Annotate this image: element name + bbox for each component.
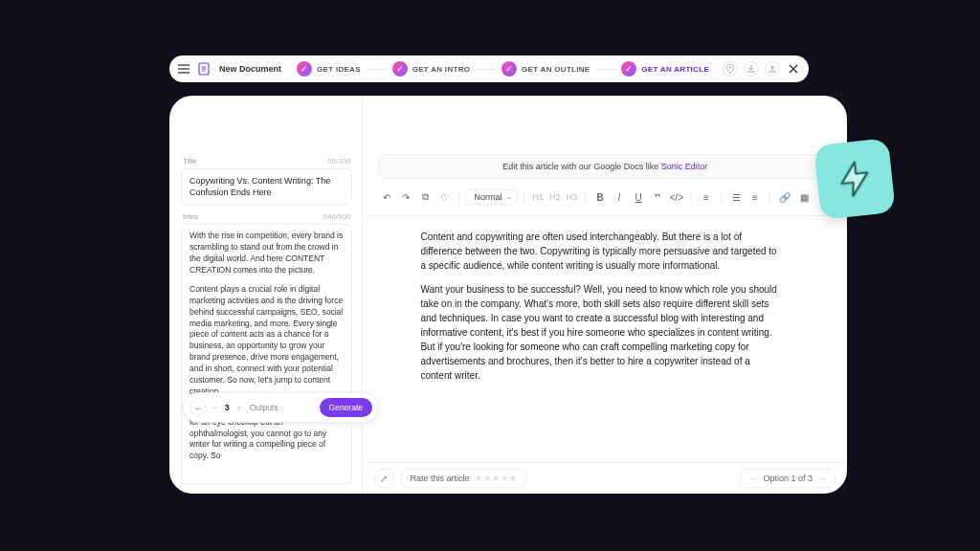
lightning-icon <box>833 157 877 201</box>
step-ideas[interactable]: ✓ GET IDEAS <box>297 61 361 77</box>
intro-paragraph: With the rise in competition, every bran… <box>189 231 344 276</box>
align-icon[interactable]: ≡ <box>698 188 715 206</box>
article-paragraph: Content and copywriting are often used i… <box>420 230 780 273</box>
back-arrow-icon[interactable]: ← <box>189 399 207 416</box>
prev-arrow-icon[interactable]: ← <box>748 474 757 483</box>
check-icon: ✓ <box>297 61 312 77</box>
heart-icon[interactable]: ♡ <box>435 188 453 206</box>
step-intro[interactable]: ✓ GET AN INTRO <box>392 61 471 77</box>
stars-icon[interactable]: ★★★★★ <box>475 474 518 483</box>
menu-icon[interactable] <box>177 62 190 76</box>
check-icon: ✓ <box>621 61 636 77</box>
h2-button[interactable]: H2 <box>547 192 563 202</box>
italic-button[interactable]: I <box>611 188 628 206</box>
separator <box>585 190 586 204</box>
step-outline[interactable]: ✓ GET AN OUTLINE <box>501 61 590 77</box>
editor-footer: ⤢ Rate this article ★★★★★ ← Option 1 of … <box>363 462 847 494</box>
outputs-label: Outputs <box>250 403 278 412</box>
doc-title[interactable]: New Document <box>219 64 281 74</box>
article-body[interactable]: Content and copywriting are often used i… <box>363 216 847 462</box>
title-char-count: 56/300 <box>327 157 350 165</box>
copy-icon[interactable]: ⧉ <box>416 188 434 206</box>
quote-icon[interactable]: ❜❜ <box>649 188 666 206</box>
step-article[interactable]: ✓ GET AN ARTICLE <box>621 61 709 77</box>
underline-button[interactable]: U <box>630 188 647 206</box>
check-icon: ✓ <box>501 61 517 77</box>
intro-section-head: Intro 946/800 <box>183 212 350 221</box>
intro-input[interactable]: With the rise in competition, every bran… <box>181 224 352 484</box>
doc-icon <box>196 61 212 77</box>
intro-paragraph: Content plays a crucial role in digital … <box>189 284 344 398</box>
main-panel: Title 56/300 Copywriting Vs. Content Wri… <box>169 96 847 494</box>
banner-text: Edit this article with our Google Docs l… <box>502 162 661 171</box>
step-connector <box>596 69 616 70</box>
separator <box>691 190 692 204</box>
bullet-list-icon[interactable]: ☰ <box>727 188 745 206</box>
separator <box>769 190 770 204</box>
svg-point-1 <box>729 67 731 69</box>
generate-button[interactable]: Generate <box>320 398 372 417</box>
redo-icon[interactable]: ↷ <box>397 188 414 206</box>
lightning-badge <box>813 138 896 220</box>
numbered-list-icon[interactable]: ≡ <box>746 188 764 206</box>
undo-icon[interactable]: ↶ <box>378 188 395 206</box>
minus-icon[interactable]: − <box>211 403 220 413</box>
intro-label: Intro <box>183 212 198 221</box>
rate-label: Rate this article <box>410 474 469 483</box>
intro-char-count: 946/800 <box>323 212 351 221</box>
location-icon[interactable] <box>723 61 738 77</box>
pager-label: Option 1 of 3 <box>763 474 813 483</box>
step-label: GET AN OUTLINE <box>522 65 590 74</box>
download-icon[interactable] <box>744 61 759 77</box>
separator <box>721 190 722 204</box>
step-label: GET IDEAS <box>317 65 361 74</box>
separator <box>458 190 459 204</box>
generate-pill: ← − 3 + Outputs Generate <box>183 392 379 423</box>
rate-article[interactable]: Rate this article ★★★★★ <box>401 469 526 488</box>
title-input[interactable]: Copywriting Vs. Content Writing: The Con… <box>181 168 352 205</box>
step-connector <box>367 69 387 70</box>
h3-button[interactable]: H3 <box>564 192 579 202</box>
bold-button[interactable]: B <box>591 188 609 206</box>
progress-steps: ✓ GET IDEAS ✓ GET AN INTRO ✓ GET AN OUTL… <box>297 61 709 77</box>
share-icon[interactable] <box>765 61 780 77</box>
title-label: Title <box>183 157 197 165</box>
separator <box>523 190 524 204</box>
top-bar: New Document ✓ GET IDEAS ✓ GET AN INTRO … <box>169 55 809 82</box>
sonic-editor-link[interactable]: Sonic Editor <box>661 162 708 171</box>
step-label: GET AN ARTICLE <box>641 65 709 74</box>
sidebar: Title 56/300 Copywriting Vs. Content Wri… <box>169 96 363 494</box>
step-connector <box>476 69 496 70</box>
expand-icon[interactable]: ⤢ <box>374 469 393 488</box>
option-pager: ← Option 1 of 3 → <box>740 469 835 488</box>
code-icon[interactable]: </> <box>668 188 685 206</box>
topbar-controls <box>723 61 801 77</box>
format-select[interactable]: Normal <box>465 189 518 205</box>
editor-toolbar: ↶ ↷ ⧉ ♡ Normal H1 H2 H3 B I U ❜❜ </> ≡ ☰… <box>363 188 847 216</box>
link-icon[interactable]: 🔗 <box>776 188 793 206</box>
title-section-head: Title 56/300 <box>183 157 350 165</box>
outputs-count: 3 <box>222 403 233 412</box>
article-column: Edit this article with our Google Docs l… <box>363 96 847 494</box>
close-icon[interactable] <box>786 61 801 77</box>
outputs-stepper[interactable]: − 3 + <box>211 403 244 413</box>
sonic-editor-banner[interactable]: Edit this article with our Google Docs l… <box>378 154 832 179</box>
step-label: GET AN INTRO <box>412 65 471 74</box>
h1-button[interactable]: H1 <box>530 192 546 202</box>
plus-icon[interactable]: + <box>234 403 244 413</box>
article-paragraph: Want your business to be successful? Wel… <box>420 282 780 383</box>
check-icon: ✓ <box>392 61 408 77</box>
next-arrow-icon[interactable]: → <box>818 474 827 483</box>
grid-icon[interactable]: ▦ <box>795 188 813 206</box>
